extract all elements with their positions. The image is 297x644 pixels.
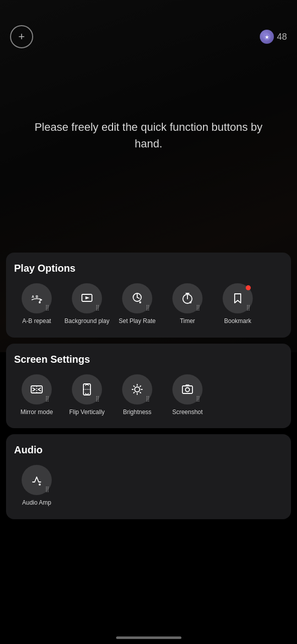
play-options-row: A B ⣿ A-B repeat ⣿ bbox=[14, 283, 283, 326]
bookmark-icon-wrap: ⣿ bbox=[223, 283, 253, 313]
svg-text:B: B bbox=[36, 295, 38, 298]
audio-amp-item[interactable]: ⣿ Audio Amp bbox=[14, 465, 59, 507]
ab-repeat-item[interactable]: A B ⣿ A-B repeat bbox=[14, 283, 59, 326]
screenshot-icon-wrap: ⣿ bbox=[172, 374, 203, 405]
timer-icon bbox=[180, 291, 194, 305]
background-play-label: Background play bbox=[64, 317, 109, 326]
timer-icon-wrap: ⣿ bbox=[172, 283, 203, 313]
flip-vertically-item[interactable]: ⣿ Flip Vertically bbox=[64, 374, 110, 417]
drag-indicator-screenshot: ⣿ bbox=[196, 395, 200, 402]
mirror-icon-wrap: ⣿ bbox=[22, 374, 52, 405]
top-bar: + ★ 48 bbox=[0, 0, 297, 58]
mirror-mode-item[interactable]: ⣿ Mirror mode bbox=[14, 374, 59, 417]
bookmark-icon bbox=[231, 291, 245, 305]
drag-indicator-bookmark: ⣿ bbox=[246, 304, 250, 311]
svg-text:★: ★ bbox=[265, 35, 269, 40]
brightness-item[interactable]: ⣿ Brightness bbox=[115, 374, 160, 417]
svg-point-15 bbox=[39, 484, 41, 486]
bookmark-item[interactable]: ⣿ Bookmark bbox=[215, 283, 260, 326]
background-play-icon bbox=[80, 291, 94, 305]
audio-amp-icon bbox=[30, 473, 44, 487]
svg-point-12 bbox=[135, 387, 140, 392]
brightness-icon bbox=[130, 382, 144, 396]
screen-settings-title: Screen Settings bbox=[14, 354, 283, 365]
drag-indicator-bg: ⣿ bbox=[95, 304, 100, 311]
screen-settings-section: Screen Settings ⣿ Mirror mode bbox=[6, 344, 291, 429]
audio-amp-label: Audio Amp bbox=[22, 499, 51, 507]
ab-repeat-icon: A B bbox=[30, 291, 44, 305]
set-play-rate-icon-wrap: ⣿ bbox=[122, 283, 152, 313]
screenshot-label: Screenshot bbox=[172, 409, 203, 417]
set-play-rate-label: Set Play Rate bbox=[119, 317, 155, 326]
mirror-icon bbox=[30, 382, 44, 396]
screenshot-icon bbox=[180, 382, 194, 396]
audio-amp-icon-wrap: ⣿ bbox=[22, 465, 52, 495]
drag-indicator-flip: ⣿ bbox=[95, 395, 100, 402]
background-play-icon-wrap: ⣿ bbox=[72, 283, 102, 313]
brightness-icon-wrap: ⣿ bbox=[122, 374, 152, 405]
bookmark-label: Bookmark bbox=[224, 317, 251, 326]
play-rate-icon bbox=[130, 291, 144, 305]
drag-indicator-timer: ⣿ bbox=[196, 304, 200, 311]
drag-indicator-rate: ⣿ bbox=[146, 304, 150, 311]
drag-indicator-audio: ⣿ bbox=[45, 486, 49, 493]
brightness-label: Brightness bbox=[123, 409, 152, 417]
flip-vertically-label: Flip Vertically bbox=[69, 409, 105, 417]
plus-icon: + bbox=[19, 31, 25, 42]
add-button[interactable]: + bbox=[10, 25, 33, 48]
play-options-title: Play Options bbox=[14, 263, 283, 274]
drag-indicator-mirror: ⣿ bbox=[45, 395, 49, 402]
home-indicator bbox=[116, 636, 181, 639]
screenshot-item[interactable]: ⣿ Screenshot bbox=[165, 374, 210, 417]
coin-count: 48 bbox=[277, 32, 287, 42]
bottom-panel: Play Options A B ⣿ A-B repeat bbox=[0, 253, 297, 534]
drag-indicator-ab: ⣿ bbox=[45, 304, 49, 311]
background-play-item[interactable]: ⣿ Background play bbox=[64, 283, 110, 326]
coin-badge: ★ 48 bbox=[260, 30, 287, 44]
timer-label: Timer bbox=[180, 317, 195, 326]
center-message-text: Please freely edit the quick function bu… bbox=[30, 119, 267, 152]
svg-point-9 bbox=[189, 301, 191, 303]
svg-rect-11 bbox=[83, 384, 90, 395]
ab-repeat-label: A-B repeat bbox=[22, 317, 51, 326]
audio-section: Audio ⣿ Audio Amp bbox=[6, 434, 291, 519]
svg-text:A: A bbox=[32, 295, 34, 298]
flip-vertically-icon bbox=[80, 382, 94, 396]
screen-settings-row: ⣿ Mirror mode ⣿ Flip Vertically bbox=[14, 374, 283, 417]
audio-title: Audio bbox=[14, 444, 283, 456]
svg-point-4 bbox=[39, 301, 41, 303]
set-play-rate-item[interactable]: ⣿ Set Play Rate bbox=[115, 283, 160, 326]
flip-icon-wrap: ⣿ bbox=[72, 374, 102, 405]
svg-point-7 bbox=[139, 301, 141, 303]
drag-indicator-brightness: ⣿ bbox=[146, 395, 150, 402]
coin-icon: ★ bbox=[260, 30, 274, 44]
svg-rect-10 bbox=[31, 386, 42, 393]
audio-options-row: ⣿ Audio Amp bbox=[14, 465, 283, 507]
play-options-section: Play Options A B ⣿ A-B repeat bbox=[6, 253, 291, 338]
ab-repeat-icon-wrap: A B ⣿ bbox=[22, 283, 52, 313]
bookmark-red-dot bbox=[246, 285, 251, 290]
timer-item[interactable]: ⣿ Timer bbox=[165, 283, 210, 326]
svg-rect-13 bbox=[182, 386, 192, 393]
svg-point-14 bbox=[185, 387, 189, 391]
mirror-mode-label: Mirror mode bbox=[21, 409, 53, 417]
center-message: Please freely edit the quick function bu… bbox=[0, 58, 297, 152]
